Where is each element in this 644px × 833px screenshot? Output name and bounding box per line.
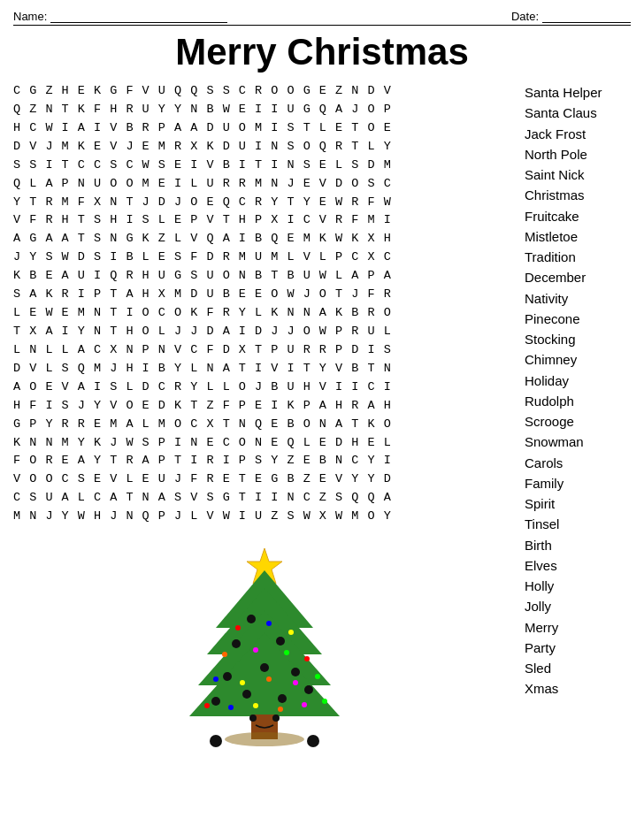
svg-point-12 [223,672,232,681]
svg-point-31 [253,703,258,708]
word-list-item: Carols [525,453,631,473]
word-list-item: Scrooge [525,411,631,432]
svg-point-14 [278,694,287,703]
word-list-item: Pinecone [525,309,631,329]
tree-container [13,539,516,760]
word-list-item: Fruitcake [525,206,631,226]
main-content: C G Z H E K G F V U Q Q S S C R O O G E … [13,82,631,760]
date-label: Date: [511,10,539,23]
christmas-tree-svg [167,539,362,760]
svg-point-11 [291,668,300,676]
svg-point-34 [322,699,327,704]
word-list-item: Elves [525,555,631,576]
word-list-item: Jack Frost [525,124,631,144]
svg-point-27 [293,680,298,685]
word-list-item: Tradition [525,247,631,267]
word-list-item: Snowman [525,432,631,452]
name-field: Name: [13,9,227,23]
word-list-item: Birth [525,535,631,555]
name-underline [50,9,227,23]
svg-point-24 [213,676,218,682]
word-list-item: Sled [525,658,631,678]
word-list-item: Christmas [525,185,631,205]
svg-point-6 [225,732,304,746]
word-list: Santa HelperSanta ClausJack FrostNorth P… [525,82,631,760]
word-list-item: Mistletoe [525,226,631,247]
svg-point-16 [211,697,220,706]
svg-point-25 [240,680,245,685]
svg-point-29 [204,703,210,708]
word-list-item: Santa Claus [525,103,631,123]
svg-point-26 [266,676,272,682]
word-list-item: Stocking [525,329,631,349]
svg-point-17 [235,625,241,630]
word-list-item: Holly [525,576,631,596]
word-list-item: Rudolph [525,391,631,411]
word-list-item: Xmas [525,678,631,699]
puzzle-area: C G Z H E K G F V U Q Q S S C R O O G E … [13,82,516,760]
date-underline [542,9,631,23]
svg-point-8 [276,637,285,646]
header-bar: Name: Date: [13,9,631,26]
word-list-item: December [525,267,631,287]
svg-point-37 [210,735,222,747]
word-list-item: North Pole [525,144,631,164]
svg-point-10 [260,663,269,672]
svg-point-19 [288,630,294,635]
name-label: Name: [13,10,47,23]
svg-point-33 [302,702,307,707]
page-title: Merry Christmas [13,31,631,73]
word-list-item: Saint Nick [525,164,631,185]
svg-point-15 [304,685,313,694]
svg-point-32 [278,707,283,712]
date-field: Date: [511,9,631,23]
word-list-item: Nativity [525,288,631,309]
word-list-item: Merry [525,617,631,638]
word-list-item: Party [525,638,631,658]
svg-point-38 [307,735,319,747]
svg-point-30 [228,705,234,710]
word-list-item: Santa Helper [525,82,631,103]
word-grid: C G Z H E K G F V U Q Q S S C R O O G E … [13,82,516,526]
svg-point-9 [232,639,241,648]
svg-point-28 [315,674,320,679]
svg-point-7 [247,615,256,623]
svg-point-21 [253,647,258,653]
word-list-item: Tinsel [525,514,631,534]
svg-point-35 [249,715,257,722]
svg-point-36 [272,715,280,722]
svg-point-22 [284,650,289,655]
svg-point-23 [304,656,310,661]
word-list-item: Jolly [525,596,631,616]
svg-point-18 [266,621,272,626]
word-list-item: Spirit [525,493,631,514]
svg-point-13 [242,690,251,699]
svg-point-20 [222,652,227,657]
word-list-item: Chimney [525,349,631,370]
word-list-item: Holiday [525,371,631,391]
word-list-item: Family [525,473,631,493]
